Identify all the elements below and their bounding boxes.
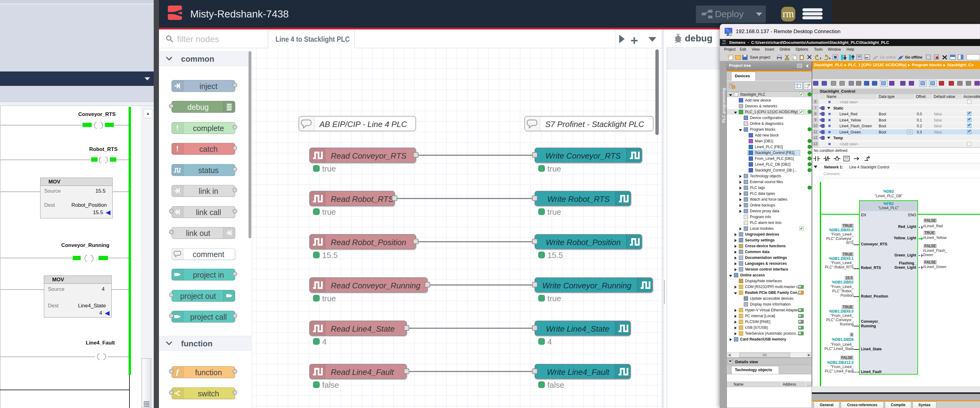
svg-text:??: ?? xyxy=(845,157,848,160)
svg-text:f: f xyxy=(176,368,180,376)
svg-text:!: ! xyxy=(176,145,178,153)
svg-text:!: ! xyxy=(176,124,178,132)
